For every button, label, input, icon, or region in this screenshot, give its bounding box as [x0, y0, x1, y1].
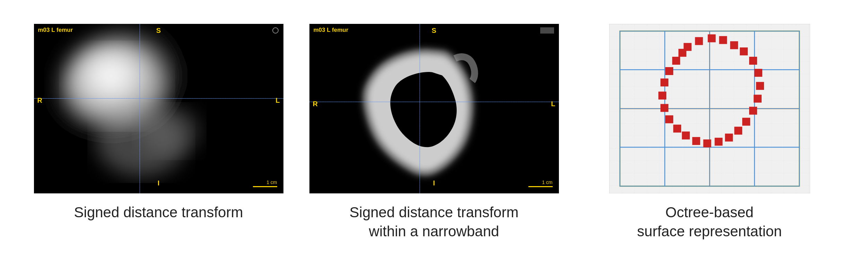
scale-bar-2: 1 cm	[528, 180, 553, 187]
label-s: S	[156, 27, 161, 35]
scale-line-2	[528, 186, 553, 187]
svg-rect-48	[673, 125, 681, 132]
label-r: R	[37, 97, 42, 104]
octree-image	[609, 24, 810, 193]
label-i: I	[158, 179, 160, 187]
svg-rect-52	[660, 79, 668, 86]
svg-rect-41	[742, 118, 750, 126]
main-container: m03 L femur S R L I 1 cm Signed distance…	[0, 17, 868, 248]
indicator-rect	[540, 27, 554, 34]
crosshair-h-2	[309, 102, 559, 102]
crosshair-v-2	[420, 24, 420, 193]
panel-octree: Octree-based surface representation	[572, 24, 847, 241]
svg-rect-46	[692, 137, 700, 145]
svg-rect-38	[756, 82, 764, 90]
svg-rect-49	[665, 116, 673, 123]
svg-point-4	[138, 107, 200, 155]
sdt-image: m03 L femur S R L I 1 cm	[34, 24, 283, 193]
crosshair-h	[34, 98, 283, 99]
svg-rect-42	[734, 127, 742, 135]
svg-rect-39	[754, 95, 761, 103]
svg-rect-34	[730, 42, 738, 49]
svg-rect-53	[665, 67, 673, 75]
label-i-2: I	[433, 179, 435, 187]
svg-rect-43	[725, 134, 733, 141]
svg-rect-47	[682, 132, 690, 139]
scale-label-2: 1 cm	[542, 180, 552, 185]
svg-rect-44	[714, 138, 722, 146]
label-r-2: R	[313, 100, 318, 108]
svg-rect-36	[749, 57, 757, 65]
svg-rect-50	[660, 104, 668, 112]
top-left-label-2: m03 L femur	[314, 27, 349, 34]
crosshair-v	[140, 24, 140, 193]
narrowband-svg	[309, 24, 559, 193]
svg-rect-37	[754, 69, 762, 77]
caption-narrowband: Signed distance transform within a narro…	[350, 203, 519, 241]
scale-label: 1 cm	[266, 180, 277, 185]
panel-narrowband: m03 L femur S R L I 1 cm Signed distance…	[296, 24, 572, 241]
indicator-circle	[272, 27, 279, 34]
caption-sdt: Signed distance transform	[74, 203, 243, 222]
top-left-label: m03 L femur	[38, 27, 73, 34]
caption-octree: Octree-based surface representation	[637, 203, 782, 241]
svg-rect-31	[695, 37, 703, 45]
scale-line	[253, 186, 277, 187]
label-s-2: S	[432, 27, 436, 35]
scale-bar: 1 cm	[253, 180, 277, 187]
svg-rect-51	[658, 92, 666, 100]
label-l-2: L	[551, 100, 555, 108]
svg-rect-45	[703, 140, 711, 147]
sdt-svg	[34, 24, 283, 193]
panel-sdt: m03 L femur S R L I 1 cm Signed distance…	[21, 24, 296, 222]
narrowband-image: m03 L femur S R L I 1 cm	[309, 24, 559, 193]
svg-rect-33	[719, 36, 727, 44]
octree-svg	[610, 24, 810, 193]
svg-rect-54	[672, 57, 680, 65]
svg-rect-55	[678, 49, 686, 57]
svg-rect-32	[708, 35, 716, 42]
label-l: L	[275, 97, 280, 104]
svg-rect-40	[749, 107, 757, 115]
svg-rect-35	[740, 48, 747, 55]
